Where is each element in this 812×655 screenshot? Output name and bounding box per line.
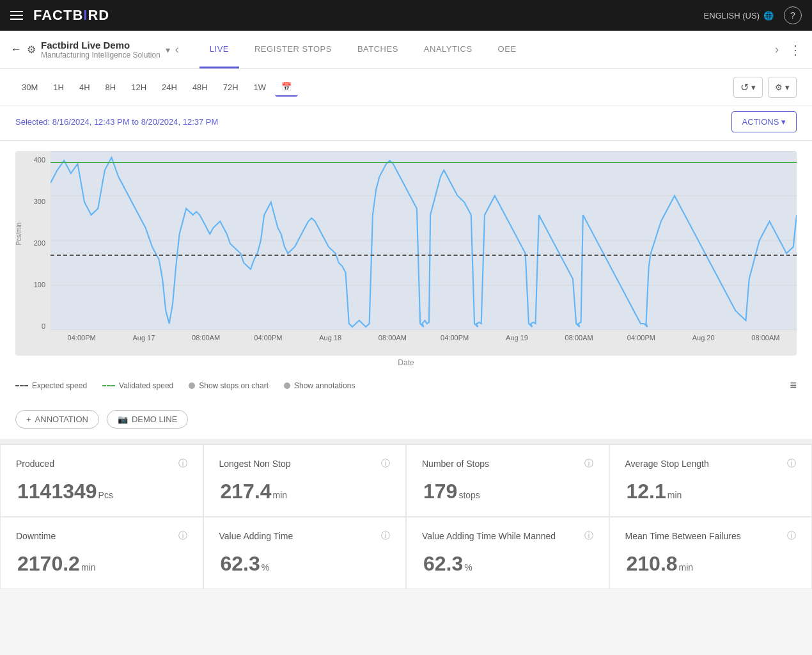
time-btn-4h[interactable]: 4H	[73, 79, 97, 96]
metric-number-of-stops-info[interactable]: ⓘ	[584, 458, 593, 470]
show-stops-dot	[189, 383, 195, 389]
machine-dropdown-icon[interactable]: ▾	[166, 45, 170, 55]
production-chart-svg[interactable]	[51, 151, 797, 330]
selected-prefix: Selected:	[15, 117, 52, 127]
y-value-400: 400	[20, 156, 45, 164]
chart-container: 400 300 Pcs/min 200 100 0	[15, 151, 797, 356]
nav-more-button[interactable]: ⋮	[789, 42, 802, 58]
time-btn-1h[interactable]: 1H	[47, 79, 70, 96]
logo: FACTBIRD	[33, 7, 109, 24]
metric-longest-non-stop-title: Longest Non Stop	[219, 459, 291, 469]
actions-button[interactable]: ACTIONS ▾	[731, 111, 797, 132]
x-label-12: 08:00AM	[735, 334, 797, 342]
nav-arrow-prev[interactable]: ‹	[175, 43, 179, 56]
metric-value-adding-time-title: Value Adding Time	[219, 531, 293, 541]
nav-arrow-next[interactable]: ›	[775, 43, 779, 56]
metric-average-stop-length-info[interactable]: ⓘ	[787, 458, 796, 470]
show-annotations-dot	[284, 383, 290, 389]
chart-y-axis: 400 300 Pcs/min 200 100 0	[15, 151, 51, 330]
chart-date-label: Date	[15, 356, 797, 372]
settings-dropdown-icon: ▾	[785, 83, 790, 92]
y-label-pcsmin: Pcs/min	[15, 223, 22, 246]
expected-speed-dash	[15, 385, 28, 386]
machine-subtitle: Manufacturing Intelligence Solution	[41, 51, 160, 59]
chart-legend: Expected speed Validated speed Show stop…	[15, 372, 797, 395]
tab-live[interactable]: LIVE	[199, 31, 239, 68]
time-controls-right: ↺ ▾ ⚙ ▾	[733, 77, 797, 98]
settings-icon: ⚙	[775, 83, 783, 92]
tab-register-stops[interactable]: REGISTER STOPS	[244, 31, 342, 68]
time-btn-30m[interactable]: 30M	[15, 79, 44, 96]
time-btn-48h[interactable]: 48H	[186, 79, 214, 96]
nav-tabs-right: › ⋮	[770, 42, 802, 58]
metric-average-stop-length-title: Average Stop Length	[625, 459, 709, 469]
chart-menu-button[interactable]: ≡	[790, 379, 797, 392]
metric-produced-title: Produced	[16, 459, 54, 469]
top-bar-right: ENGLISH (US) 🌐 ?	[704, 6, 802, 24]
metric-value-adding-time-value: 62.3%	[219, 552, 391, 576]
legend-show-annotations[interactable]: Show annotations	[284, 381, 355, 390]
x-label-7: 04:00PM	[424, 334, 486, 342]
legend-validated-speed: Validated speed	[102, 381, 173, 390]
time-btn-custom[interactable]: 📅	[275, 78, 298, 97]
metric-mean-time-between-failures: Mean Time Between Failures ⓘ 210.8min	[609, 517, 813, 589]
top-bar-left: FACTBIRD	[10, 7, 109, 24]
time-btn-72h[interactable]: 72H	[217, 79, 245, 96]
y-value-100: 100	[20, 281, 45, 288]
selected-to: to	[132, 117, 141, 127]
metric-value-adding-time-manned-title: Value Adding Time While Manned	[422, 531, 556, 541]
metric-number-of-stops: Number of Stops ⓘ 179stops	[406, 445, 609, 517]
x-label-9: 08:00AM	[548, 334, 610, 342]
metric-value-adding-time-manned-info[interactable]: ⓘ	[584, 530, 593, 542]
metric-downtime: Downtime ⓘ 2170.2min	[0, 517, 203, 589]
metric-value-adding-time-manned: Value Adding Time While Manned ⓘ 62.3%	[406, 517, 609, 589]
chart-plot	[51, 151, 797, 330]
metric-value-adding-time-manned-value: 62.3%	[422, 552, 593, 576]
tab-oee[interactable]: OEE	[488, 31, 527, 68]
camera-icon: 📷	[118, 414, 128, 424]
demo-line-button[interactable]: 📷 DEMO LINE	[107, 410, 189, 429]
tab-batches[interactable]: BATCHES	[347, 31, 409, 68]
x-label-6: 08:00AM	[361, 334, 423, 342]
validated-speed-dash	[102, 385, 115, 386]
selected-range-text: Selected: 8/16/2024, 12:43 PM to 8/20/20…	[15, 117, 218, 127]
metric-mean-time-between-failures-info[interactable]: ⓘ	[787, 530, 796, 542]
legend-show-stops[interactable]: Show stops on chart	[189, 381, 269, 390]
help-button[interactable]: ?	[784, 6, 802, 24]
x-label-1: 04:00PM	[51, 334, 113, 342]
y-value-0: 0	[20, 322, 45, 330]
chart-section: 400 300 Pcs/min 200 100 0	[0, 141, 812, 405]
time-btn-1w[interactable]: 1W	[247, 79, 273, 96]
language-selector[interactable]: ENGLISH (US) 🌐	[704, 11, 774, 20]
metric-downtime-title: Downtime	[16, 531, 56, 541]
x-label-3: 08:00AM	[175, 334, 237, 342]
chart-x-axis: 04:00PM Aug 17 08:00AM 04:00PM Aug 18 08…	[51, 331, 797, 356]
metric-produced-info[interactable]: ⓘ	[178, 458, 187, 470]
metric-number-of-stops-title: Number of Stops	[422, 459, 489, 469]
settings-button[interactable]: ⚙ ▾	[768, 77, 797, 98]
legend-expected-speed: Expected speed	[15, 381, 87, 390]
time-btn-8h[interactable]: 8H	[99, 79, 123, 96]
metrics-grid: Produced ⓘ 1141349Pcs Longest Non Stop ⓘ…	[0, 444, 812, 589]
time-btn-24h[interactable]: 24H	[155, 79, 183, 96]
x-label-4: 04:00PM	[237, 334, 299, 342]
selected-start: 8/16/2024, 12:43 PM	[52, 117, 130, 127]
section-separator	[0, 439, 812, 444]
hamburger-menu[interactable]	[10, 11, 23, 20]
metric-produced: Produced ⓘ 1141349Pcs	[0, 445, 203, 517]
metric-downtime-info[interactable]: ⓘ	[178, 530, 187, 542]
x-label-5: Aug 18	[299, 334, 361, 342]
time-buttons: 30M 1H 4H 8H 12H 24H 48H 72H 1W 📅	[15, 78, 733, 97]
metric-number-of-stops-value: 179stops	[422, 480, 593, 503]
annotation-icon: +	[26, 414, 31, 424]
refresh-button[interactable]: ↺ ▾	[733, 77, 763, 98]
metric-value-adding-time-info[interactable]: ⓘ	[381, 530, 390, 542]
x-label-11: Aug 20	[673, 334, 735, 342]
refresh-dropdown-icon: ▾	[751, 83, 756, 92]
tab-analytics[interactable]: ANALYTICS	[414, 31, 483, 68]
annotation-button[interactable]: + ANNOTATION	[15, 410, 99, 429]
metric-longest-non-stop-info[interactable]: ⓘ	[381, 458, 390, 470]
time-btn-12h[interactable]: 12H	[125, 79, 153, 96]
back-button[interactable]: ←	[10, 43, 22, 56]
metric-downtime-value: 2170.2min	[16, 552, 187, 576]
